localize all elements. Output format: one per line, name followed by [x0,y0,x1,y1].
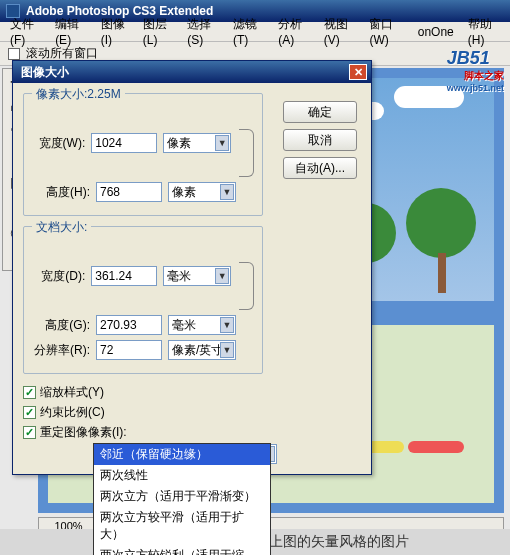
chevron-down-icon[interactable]: ▼ [220,184,234,200]
resample-dropdown: 邻近（保留硬边缘） 两次线性 两次立方（适用于平滑渐变） 两次立方较平滑（适用于… [93,443,271,555]
height-mm-input[interactable] [96,315,162,335]
width-w-label: 宽度(W): [32,135,85,152]
menu-edit[interactable]: 编辑(E) [49,14,93,49]
watermark-url: www.jb51.net [447,83,504,93]
menu-layer[interactable]: 图层(L) [137,14,180,49]
chevron-down-icon[interactable]: ▼ [215,135,229,151]
watermark-main: JB51 [447,48,490,68]
canvas-boat [408,441,464,453]
width-d-label: 宽度(D): [32,268,85,285]
scroll-all-checkbox[interactable] [8,48,20,60]
chevron-down-icon[interactable]: ▼ [220,342,234,358]
menu-image[interactable]: 图像(I) [95,14,135,49]
scale-styles-checkbox[interactable]: ✓ [23,386,36,399]
constrain-proportions-checkbox[interactable]: ✓ [23,406,36,419]
resolution-input[interactable] [96,340,162,360]
resolution-label: 分辨率(R): [32,342,90,359]
dropdown-option-nearest[interactable]: 邻近（保留硬边缘） [94,444,270,465]
dialog-buttons: 确定 取消 自动(A)... [283,101,357,179]
dialog-titlebar[interactable]: 图像大小 ✕ [13,61,371,83]
link-icon[interactable] [239,129,254,177]
watermark-sub: 脚本之家 [447,69,504,83]
resample-label: 重定图像像素(I): [40,424,127,441]
chevron-down-icon[interactable]: ▼ [215,268,229,284]
dropdown-option-bicubic[interactable]: 两次立方（适用于平滑渐变） [94,486,270,507]
menu-window[interactable]: 窗口(W) [363,14,409,49]
dropdown-option-bilinear[interactable]: 两次线性 [94,465,270,486]
document-size-group: 文档大小: 宽度(D): ▼ 高度(G): ▼ 分辨率(R): [23,226,263,374]
menubar: 文件(F) 编辑(E) 图像(I) 图层(L) 选择(S) 滤镜(T) 分析(A… [0,22,510,42]
constrain-proportions-label: 约束比例(C) [40,404,105,421]
height-h-label: 高度(H): [32,184,90,201]
height-g-label: 高度(G): [32,317,90,334]
dialog-title: 图像大小 [21,64,69,81]
resample-checkbox[interactable]: ✓ [23,426,36,439]
canvas-trunk [438,253,446,293]
menu-filter[interactable]: 滤镜(T) [227,14,270,49]
menu-help[interactable]: 帮助(H) [462,14,506,49]
document-size-label: 文档大小: [32,219,91,236]
dropdown-option-bicubic-sharper[interactable]: 两次立方较锐利（适用于缩小） [94,545,270,555]
menu-file[interactable]: 文件(F) [4,14,47,49]
image-size-dialog: 图像大小 ✕ 确定 取消 自动(A)... 像素大小:2.25M 宽度(W): … [12,60,372,475]
height-px-input[interactable] [96,182,162,202]
auto-button[interactable]: 自动(A)... [283,157,357,179]
scale-styles-label: 缩放样式(Y) [40,384,104,401]
canvas-tree [406,188,476,258]
ok-button[interactable]: 确定 [283,101,357,123]
width-mm-input[interactable] [91,266,157,286]
pixel-dimensions-label: 像素大小:2.25M [32,86,125,103]
close-icon[interactable]: ✕ [349,64,367,80]
cancel-button[interactable]: 取消 [283,129,357,151]
link-icon[interactable] [239,262,254,310]
menu-select[interactable]: 选择(S) [181,14,225,49]
watermark: JB51 脚本之家 www.jb51.net [447,48,504,93]
menu-analysis[interactable]: 分析(A) [272,14,316,49]
pixel-dimensions-group: 像素大小:2.25M 宽度(W): ▼ 高度(H): ▼ [23,93,263,216]
menu-view[interactable]: 视图(V) [318,14,362,49]
dropdown-option-bicubic-smoother[interactable]: 两次立方较平滑（适用于扩大） [94,507,270,545]
width-px-input[interactable] [91,133,157,153]
chevron-down-icon[interactable]: ▼ [220,317,234,333]
menu-onone[interactable]: onOne [412,23,460,41]
